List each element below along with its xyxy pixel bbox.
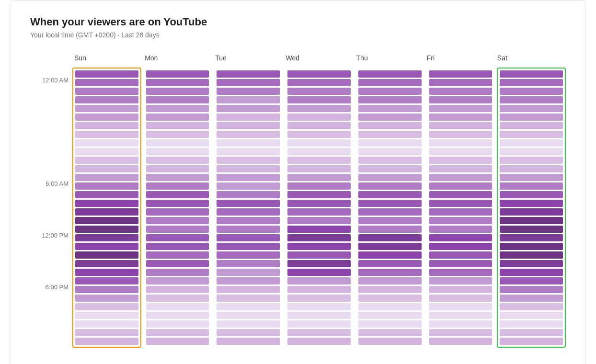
heat-cell [287, 226, 351, 233]
heat-cell [429, 260, 493, 267]
heat-cell [146, 200, 209, 207]
heat-cell [75, 182, 138, 190]
heat-cell [75, 260, 138, 267]
heat-cell [287, 208, 351, 216]
heat-cell [146, 329, 209, 336]
heat-cell [358, 243, 422, 250]
heat-cell [287, 200, 351, 207]
heat-cell [500, 295, 563, 302]
heat-cell [75, 96, 138, 103]
heat-cell [75, 122, 138, 129]
day-column-sun [72, 68, 141, 348]
heat-cell [217, 122, 280, 129]
heat-cell [500, 174, 563, 181]
heat-cell [217, 165, 280, 172]
heat-cell [75, 243, 138, 250]
heat-cell [500, 329, 563, 336]
heat-cell [217, 338, 280, 345]
heat-cell [500, 79, 563, 86]
heat-cell [358, 269, 422, 276]
heat-cell [287, 79, 351, 86]
heat-cell [429, 139, 493, 147]
heat-cell [75, 79, 138, 86]
heat-cell [500, 312, 563, 319]
heat-cell [358, 79, 422, 86]
heat-cell [287, 165, 351, 172]
heat-cell [75, 303, 138, 310]
heat-cell [287, 320, 351, 328]
heat-cell [75, 208, 138, 216]
heat-cell [429, 200, 493, 207]
heat-cell [429, 208, 493, 216]
heat-cell [500, 269, 563, 276]
heat-cell [287, 96, 351, 103]
day-column-tue [214, 68, 283, 348]
heat-cell [75, 269, 138, 276]
heat-cell [287, 329, 351, 336]
heat-cell [429, 105, 493, 112]
heat-cell [146, 277, 209, 284]
heat-cell [146, 286, 209, 293]
heat-cell [217, 139, 280, 147]
heat-cell [146, 139, 209, 147]
heat-cell [358, 251, 422, 259]
heat-cell [146, 79, 209, 86]
heat-cell [217, 295, 280, 302]
heat-cell [287, 338, 351, 345]
heat-cell [75, 148, 138, 155]
heat-cell [358, 139, 422, 147]
heat-cell [500, 157, 563, 164]
heat-cell [429, 243, 493, 250]
heat-cell [358, 226, 422, 233]
heat-cell [217, 131, 280, 138]
heat-cell [287, 260, 351, 267]
heat-cell [75, 295, 138, 302]
heat-cell [358, 208, 422, 216]
heat-cell [429, 320, 493, 328]
heat-cell [500, 182, 563, 190]
heat-cell [146, 114, 209, 121]
heat-cell [429, 191, 493, 198]
heat-cell [358, 217, 422, 224]
card: When your viewers are on YouTube Your lo… [11, 0, 585, 364]
heat-cell [287, 88, 351, 95]
day-header-thu: Thu [355, 54, 425, 66]
heat-cell [75, 251, 138, 259]
heat-cell [287, 286, 351, 293]
heat-cell [217, 114, 280, 121]
heat-cell [358, 260, 422, 267]
heat-cell [358, 165, 422, 172]
heat-cell [287, 295, 351, 302]
heat-cell [500, 286, 563, 293]
heat-cell [429, 226, 493, 233]
heat-cell [75, 191, 138, 198]
heat-cell [75, 131, 138, 138]
heat-cell [500, 234, 563, 241]
heat-cell [500, 105, 563, 112]
heat-cell [75, 70, 138, 78]
heat-cell [217, 251, 280, 259]
heat-cell [146, 269, 209, 276]
heat-cell [287, 312, 351, 319]
heat-cell [75, 329, 138, 336]
heat-cell [75, 174, 138, 181]
heat-cell [75, 105, 138, 112]
heat-cell [217, 260, 280, 267]
heat-cell [217, 286, 280, 293]
heat-cell [358, 191, 422, 198]
heat-cell [287, 269, 351, 276]
heat-cell [75, 338, 138, 345]
heat-cell [75, 286, 138, 293]
heat-cell [287, 148, 351, 155]
heat-cell [500, 208, 563, 216]
heat-cell [429, 269, 493, 276]
day-header-fri: Fri [425, 54, 495, 66]
heat-cell [429, 338, 493, 345]
days-header: SunMonTueWedThuFriSat [72, 54, 566, 66]
heat-cell [429, 165, 493, 172]
heat-cell [75, 217, 138, 224]
heat-cell [146, 96, 209, 103]
heat-cell [358, 96, 422, 103]
heat-cell [146, 88, 209, 95]
heat-cell [146, 148, 209, 155]
